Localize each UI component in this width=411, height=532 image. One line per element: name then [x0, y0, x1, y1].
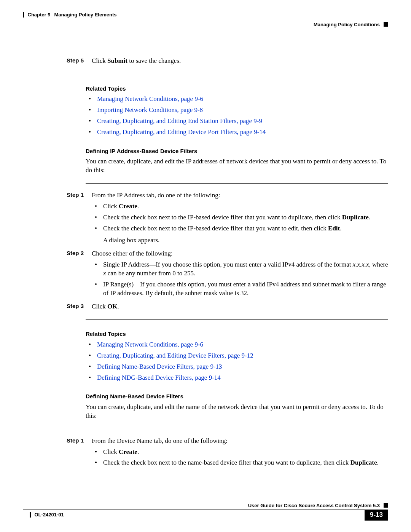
divider — [86, 429, 388, 429]
list-item: Check the check box next to the name-bas… — [92, 459, 388, 467]
ip-step2-label: Step 2 — [67, 249, 86, 300]
header-left: Chapter 9 Managing Policy Elements — [23, 11, 388, 18]
page-footer: User Guide for Cisco Secure Access Contr… — [23, 502, 388, 521]
header-right: Managing Policy Conditions — [23, 21, 388, 28]
divider — [86, 319, 388, 320]
related-topics-heading-1: Related Topics — [86, 85, 388, 93]
name-step1-text: From the Device Name tab, do one of the … — [92, 437, 388, 446]
divider — [86, 183, 388, 184]
link-managing-network-cond-2[interactable]: Managing Network Conditions, page 9-6 — [97, 341, 203, 348]
step-5-label: Step 5 — [67, 57, 86, 66]
name-section-heading: Defining Name-Based Device Filters — [86, 393, 388, 400]
name-section-intro: You can create, duplicate, and edit the … — [86, 403, 388, 420]
related-topics-heading-2: Related Topics — [86, 330, 388, 338]
footer-doc-id: OL-24201-01 — [35, 511, 64, 518]
ip-step2-text: Choose either of the following: — [92, 249, 388, 258]
link-ndg-based-filters[interactable]: Defining NDG-Based Device Filters, page … — [97, 374, 221, 381]
link-managing-network-cond[interactable]: Managing Network Conditions, page 9-6 — [97, 95, 203, 102]
footer-bar-icon — [30, 512, 31, 518]
list-item: IP Range(s)—If you choose this option, y… — [92, 280, 388, 298]
list-item: Click Create. — [92, 202, 388, 211]
ip-step3-body: Click OK. — [92, 302, 388, 311]
header-box-icon — [384, 22, 388, 27]
link-device-port-filters[interactable]: Creating, Duplicating, and Editing Devic… — [97, 128, 266, 136]
list-item: Single IP Address—If you choose this opt… — [92, 260, 388, 278]
list-item: Click Create. — [92, 448, 388, 457]
footer-box-icon — [384, 503, 388, 508]
header-bar-icon — [23, 12, 24, 18]
ip-step1-text: From the IP Address tab, do one of the f… — [92, 191, 388, 200]
ip-section-heading: Defining IP Address-Based Device Filters — [86, 147, 388, 155]
footer-guide-title: User Guide for Cisco Secure Access Contr… — [248, 502, 380, 509]
page-number: 9-13 — [365, 510, 388, 521]
list-item: Check the check box next to the IP-based… — [92, 213, 388, 222]
step-5-body: Click Submit to save the changes. — [92, 57, 388, 66]
chapter-title: Managing Policy Elements — [54, 11, 116, 18]
ip-step1-label: Step 1 — [67, 191, 86, 247]
link-importing-network-cond[interactable]: Importing Network Conditions, page 9-8 — [97, 106, 203, 113]
link-device-filters[interactable]: Creating, Duplicating, and Editing Devic… — [97, 352, 253, 359]
ip-step3-label: Step 3 — [67, 302, 86, 311]
chapter-label: Chapter 9 — [28, 11, 51, 18]
section-title: Managing Policy Conditions — [314, 21, 380, 28]
link-end-station-filters[interactable]: Creating, Duplicating, and Editing End S… — [97, 117, 262, 125]
ip-section-intro: You can create, duplicate, and edit the … — [86, 157, 388, 175]
link-name-based-filters[interactable]: Defining Name-Based Device Filters, page… — [97, 363, 222, 370]
divider — [86, 74, 388, 74]
name-step1-label: Step 1 — [67, 437, 86, 470]
list-item: Check the check box next to the IP-based… — [92, 224, 388, 245]
